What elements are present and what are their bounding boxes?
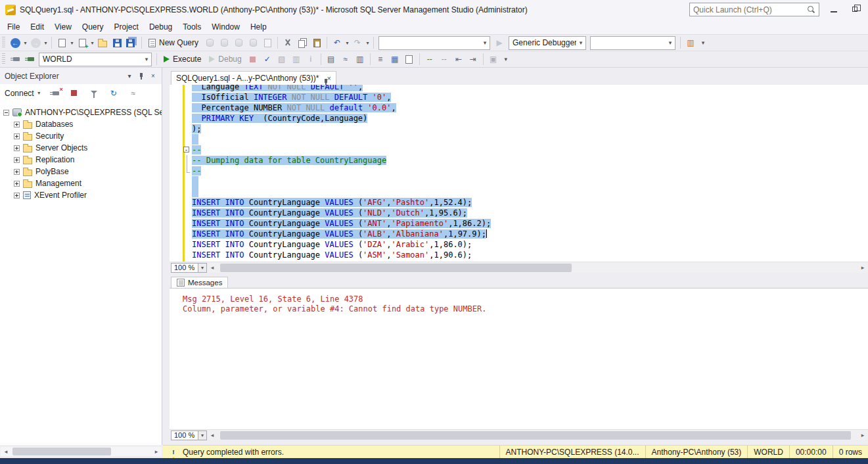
toolbar-grip[interactable] [2, 53, 5, 65]
scrollbar-track[interactable] [217, 263, 857, 273]
change-connection-icon[interactable] [23, 52, 36, 66]
scroll-left-icon[interactable]: ◂ [207, 263, 217, 273]
scroll-right-icon[interactable]: ▸ [151, 447, 162, 457]
debug-platform-combo[interactable]: ▾ [590, 36, 675, 50]
chevron-down-icon[interactable]: ▾ [480, 39, 490, 46]
activity-monitor-icon[interactable]: ▥ [684, 35, 697, 50]
minimize-button[interactable] [823, 0, 844, 18]
menu-file[interactable]: File [2, 20, 25, 34]
cut-icon[interactable] [281, 35, 294, 50]
quick-launch-input[interactable] [690, 5, 807, 14]
code-line[interactable]: IsOfficial INTEGER NOT NULL DEFAULT '0', [192, 92, 868, 103]
code-line[interactable]: -- [192, 166, 868, 176]
tree-expander-icon[interactable] [14, 133, 20, 139]
menu-help[interactable]: Help [245, 20, 272, 34]
code-line[interactable]: ); [192, 124, 868, 134]
tree-item-polybase[interactable]: PolyBase [0, 166, 162, 177]
tree-expander-icon[interactable] [14, 157, 20, 163]
scroll-left-icon[interactable]: ◂ [207, 430, 217, 440]
code-line[interactable]: INSERT INTO CountryLanguage VALUES ('ANT… [192, 218, 868, 229]
connect-dropdown[interactable]: Connect ▾ [5, 89, 42, 98]
dropdown-arrow-icon[interactable]: ▾ [43, 40, 49, 46]
include-live-query-stats-icon[interactable]: ≈ [339, 52, 352, 66]
menu-window[interactable]: Window [206, 20, 245, 34]
tree-item-management[interactable]: Management [0, 177, 162, 189]
scrollbar-thumb[interactable] [12, 448, 111, 455]
tree-item-server-objects[interactable]: Server Objects [0, 142, 162, 154]
code-line[interactable] [192, 134, 868, 145]
toolbar-overflow-button[interactable]: ▾ [501, 56, 511, 62]
code-line[interactable]: --- [192, 145, 868, 155]
connect-icon[interactable] [9, 52, 22, 66]
activity-icon[interactable]: ≈ [127, 86, 140, 101]
menu-project[interactable]: Project [109, 20, 144, 34]
chevron-down-icon[interactable]: ▾ [198, 263, 207, 273]
code-line[interactable]: INSERT INTO CountryLanguage VALUES ('ALB… [192, 229, 868, 239]
vertical-splitter[interactable] [162, 68, 170, 445]
tree-expander-icon[interactable] [3, 110, 9, 116]
chevron-down-icon[interactable]: ▾ [576, 39, 585, 46]
code-line[interactable] [192, 187, 868, 197]
tree-expander-icon[interactable] [14, 181, 20, 187]
maximize-button[interactable] [844, 0, 865, 18]
tree-item-security[interactable]: Security [0, 130, 162, 142]
editor-zoom-control[interactable]: 100 % [171, 263, 198, 273]
refresh-icon[interactable]: ↻ [107, 86, 120, 101]
parse-icon[interactable]: ✓ [261, 52, 274, 66]
messages-zoom-control[interactable]: 100 % [171, 430, 198, 440]
include-client-statistics-icon[interactable]: ▥ [354, 52, 367, 66]
menu-query[interactable]: Query [77, 20, 109, 34]
save-icon[interactable] [110, 35, 124, 50]
increase-indent-icon[interactable]: ⇥ [467, 52, 480, 66]
chevron-down-icon[interactable]: ▾ [124, 70, 135, 82]
save-all-icon[interactable] [125, 35, 138, 50]
tree-item-xevent-profiler[interactable]: XEvent Profiler [0, 189, 162, 201]
sql-editor[interactable]: Language TEXT NOT NULL DEFAULT '', IsOff… [170, 85, 868, 262]
code-line[interactable]: INSERT INTO CountryLanguage VALUES ('NLD… [192, 208, 868, 218]
stop-icon[interactable] [68, 86, 81, 101]
tree-expander-icon[interactable] [14, 193, 20, 198]
tree-item-anthony-pc-sqlexpress-sql-serve[interactable]: ANTHONY-PC\SQLEXPRESS (SQL Serve [0, 106, 162, 118]
results-to-file-icon[interactable] [403, 52, 416, 66]
search-icon[interactable] [807, 5, 816, 14]
object-explorer-hscrollbar[interactable]: ◂ ▸ [1, 447, 162, 456]
toolbar-grip[interactable] [2, 37, 5, 49]
tree-expander-icon[interactable] [14, 145, 20, 151]
disconnect-icon[interactable] [48, 86, 61, 101]
scroll-right-icon[interactable]: ▸ [857, 430, 868, 440]
results-to-text-icon[interactable]: ≡ [374, 52, 387, 66]
dropdown-arrow-icon[interactable]: ▾ [365, 40, 371, 46]
scroll-left-icon[interactable]: ◂ [1, 447, 11, 457]
toolbar-overflow-button[interactable]: ▾ [698, 39, 708, 46]
tree-expander-icon[interactable] [14, 169, 20, 175]
tree-expander-icon[interactable] [14, 122, 20, 128]
menu-edit[interactable]: Edit [25, 20, 49, 34]
debug-location-combo[interactable]: ▾ [378, 36, 490, 50]
uncomment-icon[interactable]: -- [438, 52, 451, 66]
include-actual-plan-icon[interactable]: ▤ [325, 52, 338, 66]
code-line[interactable]: PRIMARY KEY (CountryCode,Language) [192, 113, 868, 124]
filter-icon[interactable] [87, 86, 101, 101]
new-query-button[interactable]: New Query [145, 35, 202, 50]
code-line[interactable]: -- Dumping data for table CountryLanguag… [192, 155, 868, 166]
navigate-back-icon[interactable]: ← [9, 35, 22, 50]
dropdown-arrow-icon[interactable]: ▾ [22, 40, 28, 46]
decrease-indent-icon[interactable]: ⇤ [452, 52, 465, 66]
new-file-icon[interactable] [55, 35, 68, 50]
pin-icon[interactable] [135, 70, 147, 82]
code-line[interactable] [192, 176, 868, 187]
scrollbar-track[interactable] [217, 430, 857, 440]
add-item-icon[interactable] [76, 35, 89, 50]
scroll-right-icon[interactable]: ▸ [857, 263, 868, 273]
chevron-down-icon[interactable]: ▾ [198, 430, 207, 440]
results-to-grid-icon[interactable]: ▦ [388, 52, 401, 66]
dropdown-arrow-icon[interactable]: ▾ [69, 40, 75, 46]
scrollbar-thumb[interactable] [220, 431, 851, 440]
copy-icon[interactable] [296, 35, 309, 50]
undo-icon[interactable]: ↶ [331, 35, 344, 50]
tab-messages[interactable]: Messages [171, 277, 228, 288]
menu-tools[interactable]: Tools [177, 20, 206, 34]
comment-out-icon[interactable]: -- [423, 52, 436, 66]
tree-item-replication[interactable]: Replication [0, 154, 162, 166]
code-line[interactable]: INSERT INTO CountryLanguage VALUES ('ASM… [192, 250, 868, 260]
